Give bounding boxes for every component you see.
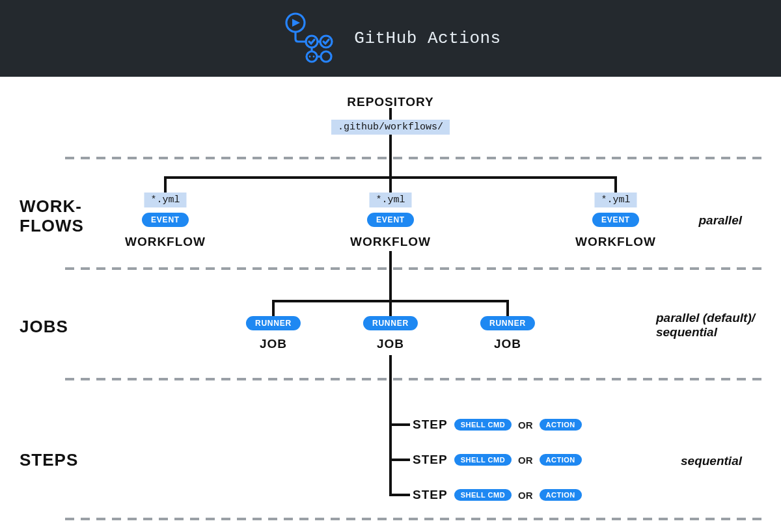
step-title: STEP xyxy=(413,488,448,502)
shell-cmd-pill: SHELL CMD xyxy=(454,454,512,466)
job-title: JOB xyxy=(494,337,521,351)
job-title: JOB xyxy=(260,337,287,351)
step-title: STEP xyxy=(413,418,448,432)
job-title: JOB xyxy=(377,337,404,351)
runner-pill: RUNNER xyxy=(246,316,301,330)
shell-cmd-pill: SHELL CMD xyxy=(454,419,512,431)
section-label-jobs: JOBS xyxy=(20,317,68,337)
svg-point-4 xyxy=(307,51,317,62)
step-row: STEP SHELL CMD OR ACTION xyxy=(413,488,582,502)
section-label-steps: STEPS xyxy=(20,451,78,470)
action-pill: ACTION xyxy=(540,489,582,501)
action-pill: ACTION xyxy=(540,419,582,431)
exec-mode-jobs: parallel (default)/ sequential xyxy=(656,311,755,339)
exec-mode-workflows: parallel xyxy=(698,213,742,228)
workflow-title: WORKFLOW xyxy=(125,235,206,249)
workflow-yml-chip: *.yml xyxy=(144,193,186,207)
event-pill: EVENT xyxy=(142,213,189,227)
github-actions-icon xyxy=(280,11,338,66)
shell-cmd-pill: SHELL CMD xyxy=(454,489,512,501)
svg-point-8 xyxy=(321,51,331,62)
workflow-title: WORKFLOW xyxy=(575,235,656,249)
or-text: OR xyxy=(518,419,533,431)
or-text: OR xyxy=(518,455,533,466)
svg-point-6 xyxy=(313,56,315,58)
step-row: STEP SHELL CMD OR ACTION xyxy=(413,418,582,432)
workflow-yml-chip: *.yml xyxy=(594,193,637,207)
workflow-title: WORKFLOW xyxy=(350,235,431,249)
runner-pill: RUNNER xyxy=(480,316,535,330)
exec-mode-steps: sequential xyxy=(681,454,742,468)
action-pill: ACTION xyxy=(540,454,582,466)
header-bar: GitHub Actions xyxy=(0,0,781,77)
step-title: STEP xyxy=(413,453,448,467)
or-text: OR xyxy=(518,490,533,501)
repository-label: REPOSITORY xyxy=(347,95,434,109)
event-pill: EVENT xyxy=(367,213,414,227)
diagram-canvas: REPOSITORY .github/workflows/ WORK- FLOW… xyxy=(0,77,781,532)
workflows-path-chip: .github/workflows/ xyxy=(331,120,450,135)
svg-point-5 xyxy=(309,56,311,58)
step-row: STEP SHELL CMD OR ACTION xyxy=(413,453,582,467)
header-title: GitHub Actions xyxy=(354,29,500,48)
workflow-yml-chip: *.yml xyxy=(369,193,411,207)
runner-pill: RUNNER xyxy=(363,316,418,330)
section-label-workflows: WORK- FLOWS xyxy=(20,197,84,236)
event-pill: EVENT xyxy=(592,213,639,227)
